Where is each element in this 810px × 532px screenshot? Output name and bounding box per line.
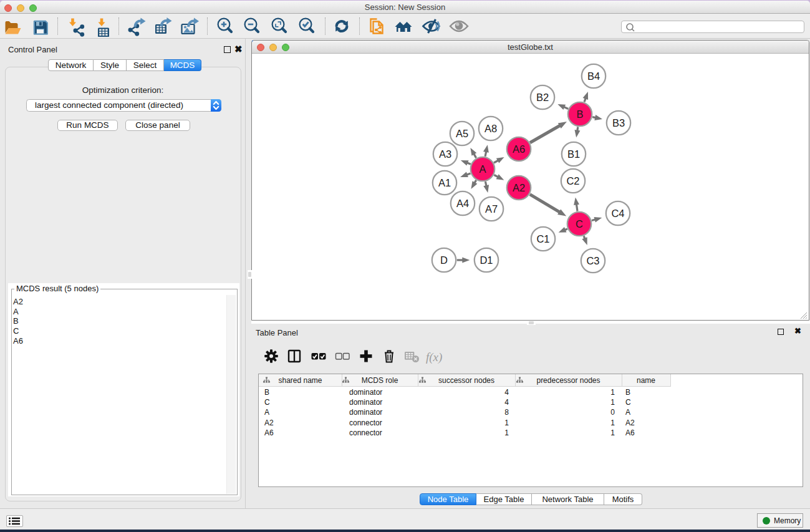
svg-text:A3: A3 [439,148,451,160]
svg-text:C: C [576,218,583,230]
svg-text:A: A [479,163,486,175]
svg-text:A7: A7 [485,203,498,215]
svg-text:C4: C4 [611,208,624,219]
svg-text:D1: D1 [480,254,493,266]
svg-text:A6: A6 [513,143,525,155]
svg-text:C3: C3 [586,255,599,266]
svg-text:C2: C2 [566,175,579,186]
svg-text:A1: A1 [438,177,451,188]
svg-text:B3: B3 [612,117,625,128]
svg-text:C1: C1 [536,233,549,244]
svg-text:B: B [576,109,583,120]
svg-text:A5: A5 [456,128,468,139]
svg-text:D: D [440,254,448,266]
svg-text:A2: A2 [513,182,525,193]
svg-text:B2: B2 [536,92,549,103]
svg-text:B1: B1 [567,148,580,160]
svg-text:B4: B4 [587,70,600,82]
svg-text:A4: A4 [456,198,469,209]
svg-text:A8: A8 [485,123,497,134]
